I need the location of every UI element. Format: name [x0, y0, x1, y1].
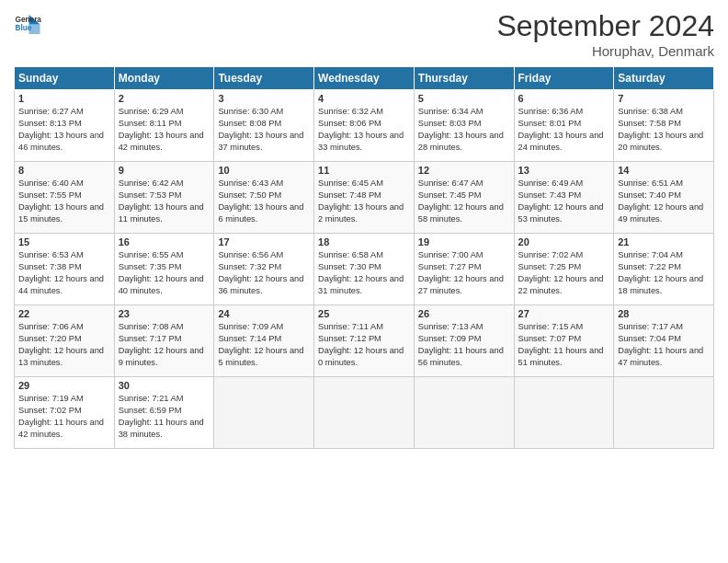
- day-cell-29: 29Sunrise: 7:19 AMSunset: 7:02 PMDayligh…: [15, 377, 115, 449]
- day-cell-18: 18Sunrise: 6:58 AMSunset: 7:30 PMDayligh…: [314, 234, 415, 305]
- header-friday: Friday: [514, 67, 614, 90]
- day-info: Sunrise: 7:00 AMSunset: 7:27 PMDaylight:…: [418, 249, 510, 297]
- day-cell-1: 1Sunrise: 6:27 AMSunset: 8:13 PMDaylight…: [15, 90, 115, 162]
- day-cell-20: 20Sunrise: 7:02 AMSunset: 7:25 PMDayligh…: [514, 234, 614, 305]
- calendar-week-1: 1Sunrise: 6:27 AMSunset: 8:13 PMDaylight…: [15, 90, 714, 162]
- empty-cell: [414, 377, 514, 449]
- day-number: 15: [18, 236, 110, 247]
- day-cell-28: 28Sunrise: 7:17 AMSunset: 7:04 PMDayligh…: [614, 305, 714, 377]
- day-cell-17: 17Sunrise: 6:56 AMSunset: 7:32 PMDayligh…: [214, 234, 314, 305]
- day-cell-9: 9Sunrise: 6:42 AMSunset: 7:53 PMDaylight…: [114, 162, 214, 234]
- empty-cell: [514, 377, 614, 449]
- day-number: 24: [218, 308, 310, 319]
- day-info: Sunrise: 6:58 AMSunset: 7:30 PMDaylight:…: [318, 249, 410, 297]
- day-info: Sunrise: 7:06 AMSunset: 7:20 PMDaylight:…: [18, 321, 110, 369]
- day-info: Sunrise: 7:09 AMSunset: 7:14 PMDaylight:…: [218, 321, 310, 369]
- day-info: Sunrise: 6:47 AMSunset: 7:45 PMDaylight:…: [418, 178, 510, 225]
- header-wednesday: Wednesday: [314, 67, 415, 90]
- header: General Blue September 2024 Horuphav, De…: [14, 9, 714, 59]
- day-cell-27: 27Sunrise: 7:15 AMSunset: 7:07 PMDayligh…: [514, 305, 614, 377]
- day-number: 25: [318, 308, 410, 319]
- day-cell-26: 26Sunrise: 7:13 AMSunset: 7:09 PMDayligh…: [414, 305, 514, 377]
- day-cell-5: 5Sunrise: 6:34 AMSunset: 8:03 PMDaylight…: [414, 90, 514, 162]
- day-number: 13: [518, 165, 610, 176]
- header-thursday: Thursday: [414, 67, 514, 90]
- day-info: Sunrise: 7:19 AMSunset: 7:02 PMDaylight:…: [18, 393, 110, 441]
- day-cell-24: 24Sunrise: 7:09 AMSunset: 7:14 PMDayligh…: [214, 305, 314, 377]
- day-number: 11: [318, 165, 410, 176]
- calendar-week-3: 15Sunrise: 6:53 AMSunset: 7:38 PMDayligh…: [15, 234, 714, 305]
- day-cell-3: 3Sunrise: 6:30 AMSunset: 8:08 PMDaylight…: [214, 90, 314, 162]
- day-number: 30: [119, 380, 210, 391]
- day-info: Sunrise: 6:53 AMSunset: 7:38 PMDaylight:…: [18, 249, 110, 297]
- day-info: Sunrise: 6:56 AMSunset: 7:32 PMDaylight:…: [218, 249, 310, 297]
- day-info: Sunrise: 7:08 AMSunset: 7:17 PMDaylight:…: [119, 321, 210, 369]
- calendar-week-5: 29Sunrise: 7:19 AMSunset: 7:02 PMDayligh…: [15, 377, 714, 449]
- day-cell-7: 7Sunrise: 6:38 AMSunset: 7:58 PMDaylight…: [614, 90, 714, 162]
- day-cell-16: 16Sunrise: 6:55 AMSunset: 7:35 PMDayligh…: [114, 234, 214, 305]
- day-number: 14: [618, 165, 710, 176]
- day-cell-6: 6Sunrise: 6:36 AMSunset: 8:01 PMDaylight…: [514, 90, 614, 162]
- subtitle: Horuphav, Denmark: [496, 43, 714, 59]
- day-number: 4: [318, 93, 410, 104]
- day-number: 2: [119, 93, 210, 104]
- header-saturday: Saturday: [614, 67, 714, 90]
- day-info: Sunrise: 6:30 AMSunset: 8:08 PMDaylight:…: [218, 106, 310, 154]
- header-monday: Monday: [114, 67, 214, 90]
- day-number: 5: [418, 93, 510, 104]
- day-info: Sunrise: 7:17 AMSunset: 7:04 PMDaylight:…: [618, 321, 710, 369]
- day-number: 18: [318, 236, 410, 247]
- day-cell-14: 14Sunrise: 6:51 AMSunset: 7:40 PMDayligh…: [614, 162, 714, 234]
- day-number: 27: [518, 308, 610, 319]
- day-info: Sunrise: 7:13 AMSunset: 7:09 PMDaylight:…: [418, 321, 510, 369]
- day-info: Sunrise: 6:40 AMSunset: 7:55 PMDaylight:…: [18, 178, 110, 225]
- day-number: 19: [418, 236, 510, 247]
- empty-cell: [314, 377, 415, 449]
- weekday-header-row: Sunday Monday Tuesday Wednesday Thursday…: [15, 67, 714, 90]
- logo-icon: General Blue: [14, 9, 41, 37]
- svg-text:General: General: [16, 16, 42, 24]
- calendar-week-2: 8Sunrise: 6:40 AMSunset: 7:55 PMDaylight…: [15, 162, 714, 234]
- day-info: Sunrise: 6:51 AMSunset: 7:40 PMDaylight:…: [618, 178, 710, 225]
- header-sunday: Sunday: [15, 67, 115, 90]
- day-cell-25: 25Sunrise: 7:11 AMSunset: 7:12 PMDayligh…: [314, 305, 415, 377]
- day-info: Sunrise: 6:36 AMSunset: 8:01 PMDaylight:…: [518, 106, 610, 154]
- month-title: September 2024: [496, 9, 714, 43]
- header-tuesday: Tuesday: [214, 67, 314, 90]
- day-info: Sunrise: 6:55 AMSunset: 7:35 PMDaylight:…: [119, 249, 210, 297]
- day-number: 1: [18, 93, 110, 104]
- day-number: 20: [518, 236, 610, 247]
- day-info: Sunrise: 6:29 AMSunset: 8:11 PMDaylight:…: [119, 106, 210, 154]
- day-cell-2: 2Sunrise: 6:29 AMSunset: 8:11 PMDaylight…: [114, 90, 214, 162]
- day-info: Sunrise: 6:42 AMSunset: 7:53 PMDaylight:…: [119, 178, 210, 225]
- day-info: Sunrise: 7:04 AMSunset: 7:22 PMDaylight:…: [618, 249, 710, 297]
- day-info: Sunrise: 6:34 AMSunset: 8:03 PMDaylight:…: [418, 106, 510, 154]
- day-cell-13: 13Sunrise: 6:49 AMSunset: 7:43 PMDayligh…: [514, 162, 614, 234]
- day-number: 6: [518, 93, 610, 104]
- title-block: September 2024 Horuphav, Denmark: [496, 9, 714, 59]
- svg-text:Blue: Blue: [16, 24, 32, 32]
- day-number: 16: [119, 236, 210, 247]
- day-cell-12: 12Sunrise: 6:47 AMSunset: 7:45 PMDayligh…: [414, 162, 514, 234]
- day-number: 12: [418, 165, 510, 176]
- empty-cell: [614, 377, 714, 449]
- day-info: Sunrise: 7:02 AMSunset: 7:25 PMDaylight:…: [518, 249, 610, 297]
- logo: General Blue: [14, 9, 41, 37]
- day-info: Sunrise: 6:43 AMSunset: 7:50 PMDaylight:…: [218, 178, 310, 225]
- day-cell-30: 30Sunrise: 7:21 AMSunset: 6:59 PMDayligh…: [114, 377, 214, 449]
- day-cell-22: 22Sunrise: 7:06 AMSunset: 7:20 PMDayligh…: [15, 305, 115, 377]
- day-info: Sunrise: 6:27 AMSunset: 8:13 PMDaylight:…: [18, 106, 110, 154]
- calendar-week-4: 22Sunrise: 7:06 AMSunset: 7:20 PMDayligh…: [15, 305, 714, 377]
- day-number: 23: [119, 308, 210, 319]
- day-number: 9: [119, 165, 210, 176]
- empty-cell: [214, 377, 314, 449]
- day-cell-11: 11Sunrise: 6:45 AMSunset: 7:48 PMDayligh…: [314, 162, 415, 234]
- day-cell-8: 8Sunrise: 6:40 AMSunset: 7:55 PMDaylight…: [15, 162, 115, 234]
- day-number: 22: [18, 308, 110, 319]
- day-number: 10: [218, 165, 310, 176]
- day-number: 7: [618, 93, 710, 104]
- day-cell-21: 21Sunrise: 7:04 AMSunset: 7:22 PMDayligh…: [614, 234, 714, 305]
- day-number: 21: [618, 236, 710, 247]
- day-number: 29: [18, 380, 110, 391]
- day-cell-19: 19Sunrise: 7:00 AMSunset: 7:27 PMDayligh…: [414, 234, 514, 305]
